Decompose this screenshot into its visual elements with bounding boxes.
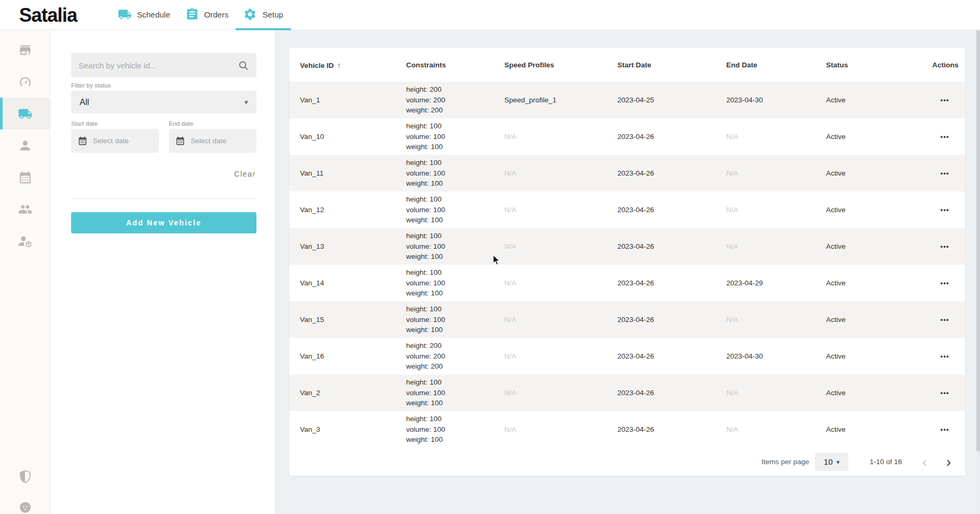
cell-end-date: N/A (716, 425, 815, 433)
table-row[interactable]: Van_13 height: 100 volume: 100 weight: 1… (289, 228, 965, 265)
table-row[interactable]: Van_12 height: 100 volume: 100 weight: 1… (289, 191, 965, 228)
cell-speed-profile: N/A (494, 279, 607, 287)
main-nav: Schedule Orders Setup (110, 0, 291, 30)
cell-end-date: N/A (716, 316, 815, 324)
cell-constraints: height: 200 volume: 200 weight: 200 (396, 84, 494, 116)
next-page-button[interactable]: › (940, 453, 958, 471)
calendar-icon (78, 136, 88, 146)
end-date-picker[interactable]: Select date (169, 129, 256, 153)
nav-schedule[interactable]: Schedule (110, 0, 178, 30)
calendar-icon (175, 136, 185, 146)
cell-vehicle-id: Van_12 (289, 206, 396, 214)
items-per-page-value: 10 (824, 457, 833, 466)
table-row[interactable]: Van_3 height: 100 volume: 100 weight: 10… (289, 411, 965, 448)
row-actions-button[interactable]: ••• (922, 425, 965, 433)
cell-vehicle-id: Van_10 (289, 133, 396, 141)
filter-panel: Filter by status All ▾ Start date End da… (50, 30, 276, 514)
app-logo[interactable]: Satalia (19, 4, 77, 27)
cell-speed-profile: N/A (494, 242, 607, 250)
sidebar-item-support[interactable] (0, 491, 50, 514)
row-actions-button[interactable]: ••• (922, 316, 965, 324)
row-actions-button[interactable]: ••• (922, 96, 965, 104)
cell-status: Active (815, 425, 922, 433)
dashboard-icon (18, 75, 32, 89)
row-actions-button[interactable]: ••• (922, 169, 965, 177)
sidebar-item-vehicles[interactable] (0, 98, 50, 129)
row-actions-button[interactable]: ••• (922, 206, 965, 214)
cell-constraints: height: 100 volume: 100 weight: 100 (396, 231, 494, 262)
previous-page-button[interactable]: ‹ (916, 453, 934, 471)
cell-start-date: 2023-04-26 (607, 242, 716, 250)
nav-setup[interactable]: Setup (236, 0, 290, 30)
scrollbar-thumb[interactable] (976, 30, 980, 451)
vehicle-search[interactable] (71, 53, 256, 77)
items-per-page-label: Items per page (761, 458, 809, 466)
sidebar-item-privacy[interactable] (0, 460, 50, 492)
sidebar-item-depots[interactable] (0, 34, 50, 66)
cell-end-date: N/A (716, 133, 815, 141)
row-actions-button[interactable]: ••• (922, 389, 965, 397)
cell-start-date: 2023-04-26 (607, 389, 716, 397)
row-actions-button[interactable]: ••• (922, 133, 965, 141)
constraint-height: height: 100 (406, 194, 494, 205)
sidebar-item-teams[interactable] (0, 193, 50, 225)
chevron-down-icon: ▾ (244, 98, 248, 106)
user-settings-icon (18, 234, 32, 248)
cell-end-date: N/A (716, 389, 815, 397)
table-row[interactable]: Van_14 height: 100 volume: 100 weight: 1… (289, 265, 965, 301)
search-input[interactable] (79, 61, 238, 70)
calendar-icon (18, 170, 32, 185)
cell-start-date: 2023-04-26 (607, 425, 716, 433)
add-new-vehicle-button[interactable]: Add New Vehicle (71, 212, 256, 233)
gear-icon (243, 7, 257, 21)
nav-orders[interactable]: Orders (178, 0, 236, 30)
constraint-weight: weight: 100 (406, 325, 494, 335)
scrollbar-track[interactable] (976, 30, 980, 514)
teams-icon (18, 202, 32, 216)
status-filter-select[interactable]: All ▾ (71, 91, 256, 114)
table-row[interactable]: Van_10 height: 100 volume: 100 weight: 1… (289, 118, 965, 155)
table-row[interactable]: Van_1 height: 200 volume: 200 weight: 20… (289, 82, 965, 118)
cell-constraints: height: 200 volume: 200 weight: 200 (396, 341, 494, 372)
table-row[interactable]: Van_16 height: 200 volume: 200 weight: 2… (289, 338, 965, 374)
table-row[interactable]: Van_11 height: 100 volume: 100 weight: 1… (289, 155, 965, 191)
cell-vehicle-id: Van_3 (289, 425, 396, 433)
constraint-height: height: 100 (406, 231, 494, 241)
sort-asc-icon: ↑ (337, 60, 341, 69)
items-per-page-select[interactable]: 10 ▾ (815, 453, 848, 471)
clear-filters-button[interactable]: Clear (234, 170, 256, 178)
start-date-picker[interactable]: Select date (71, 129, 159, 153)
column-header-actions: Actions (922, 61, 967, 69)
row-actions-button[interactable]: ••• (922, 352, 965, 360)
sidebar-item-user-settings[interactable] (0, 225, 50, 257)
cell-speed-profile: Speed_profile_1 (494, 96, 607, 104)
constraint-height: height: 100 (406, 158, 494, 168)
constraint-volume: volume: 100 (406, 205, 494, 215)
table-row[interactable]: Van_15 height: 100 volume: 100 weight: 1… (289, 301, 965, 338)
table-row[interactable]: Van_2 height: 100 volume: 100 weight: 10… (289, 374, 965, 411)
cell-status: Active (815, 389, 922, 397)
row-actions-button[interactable]: ••• (922, 279, 965, 287)
start-date-label: Start date (71, 120, 98, 127)
constraint-volume: volume: 100 (406, 168, 494, 179)
constraint-volume: volume: 100 (406, 132, 494, 142)
sidebar-item-drivers[interactable] (0, 129, 50, 161)
table-body: Van_1 height: 200 volume: 200 weight: 20… (289, 82, 965, 448)
row-actions-button[interactable]: ••• (922, 242, 965, 250)
sidebar-item-dashboard[interactable] (0, 66, 50, 98)
cell-constraints: height: 100 volume: 100 weight: 100 (396, 304, 494, 335)
vehicles-truck-icon (18, 107, 32, 121)
search-icon (238, 60, 249, 71)
column-header-end-date: End Date (716, 61, 815, 69)
cell-speed-profile: N/A (494, 316, 607, 324)
constraint-height: height: 100 (406, 267, 494, 278)
vehicle-id-header-label: Vehicle ID (300, 62, 334, 69)
vehicles-table-card: Vehicle ID↑ Constraints Speed Profiles S… (289, 48, 965, 476)
constraint-weight: weight: 100 (406, 251, 494, 262)
column-header-speed-profiles: Speed Profiles (494, 61, 607, 69)
nav-setup-label: Setup (262, 9, 283, 19)
column-header-vehicle-id[interactable]: Vehicle ID↑ (289, 60, 396, 69)
support-icon (18, 500, 32, 514)
table-header-row: Vehicle ID↑ Constraints Speed Profiles S… (289, 48, 965, 82)
sidebar-item-calendar[interactable] (0, 161, 50, 193)
